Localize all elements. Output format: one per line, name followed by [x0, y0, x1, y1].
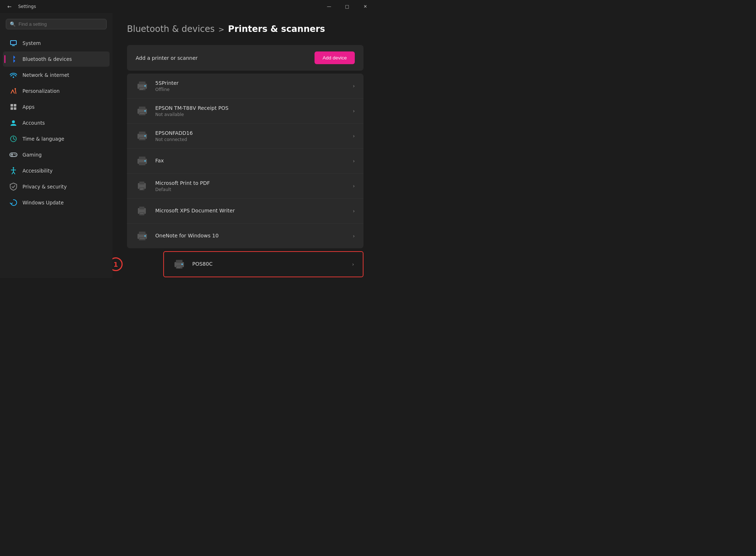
sidebar-label-update: Windows Update [22, 200, 63, 206]
content-area: Bluetooth & devices > Printers & scanner… [112, 13, 378, 278]
minimize-button[interactable]: — [321, 0, 337, 13]
svg-point-32 [144, 135, 146, 137]
printer-icon-epson-tm [136, 104, 149, 117]
chevron-icon-ms-pdf: › [353, 183, 355, 189]
breadcrumb: Bluetooth & devices > Printers & scanner… [127, 24, 363, 34]
window-controls: — □ ✕ [321, 0, 374, 13]
accessibility-icon [9, 167, 17, 175]
svg-rect-40 [140, 188, 144, 189]
svg-rect-20 [140, 88, 145, 89]
svg-rect-30 [139, 137, 145, 140]
svg-rect-55 [177, 267, 180, 268]
printer-row-5sprinter[interactable]: 5SPrinter Offline › [127, 74, 363, 99]
sidebar-item-personalization[interactable]: Personalization [3, 83, 110, 99]
printer-row-ms-pdf[interactable]: Microsoft Print to PDF Default › [127, 174, 363, 199]
svg-point-16 [13, 167, 14, 169]
printer-info-ms-xps: Microsoft XPS Document Writer [155, 208, 349, 215]
printer-info-ms-pdf: Microsoft Print to PDF Default [155, 180, 349, 192]
sidebar-label-time: Time & language [22, 136, 64, 142]
add-device-label: Add a printer or scanner [136, 55, 198, 61]
sidebar-label-system: System [22, 40, 41, 46]
printer-row-epsonfadd16[interactable]: EPSONFADD16 Not connected › [127, 124, 363, 149]
close-button[interactable]: ✕ [357, 0, 374, 13]
svg-rect-8 [14, 107, 16, 110]
sidebar-item-time[interactable]: Time & language [3, 131, 110, 146]
maximize-button[interactable]: □ [339, 0, 356, 13]
sidebar-item-network[interactable]: Network & internet [3, 67, 110, 83]
printer-status-epson-tm: Not available [155, 112, 349, 117]
chevron-icon-pos80c: › [352, 261, 354, 267]
svg-point-50 [144, 235, 146, 237]
svg-rect-1 [12, 45, 15, 46]
svg-rect-41 [140, 189, 143, 190]
svg-rect-24 [139, 107, 145, 109]
sidebar-label-gaming: Gaming [22, 152, 42, 158]
svg-rect-18 [139, 82, 145, 84]
privacy-icon [9, 183, 17, 191]
printer-row-onenote[interactable]: OneNote for Windows 10 › [127, 224, 363, 248]
gaming-icon [9, 151, 17, 159]
svg-rect-45 [140, 213, 144, 214]
sidebar-label-bluetooth: Bluetooth & devices [22, 56, 72, 62]
highlighted-row-container: 1 POS80C [127, 251, 363, 277]
sidebar-item-accounts[interactable]: Accounts [3, 115, 110, 130]
svg-rect-43 [139, 207, 144, 209]
bluetooth-icon [9, 55, 17, 63]
breadcrumb-parent[interactable]: Bluetooth & devices [127, 24, 215, 34]
sidebar-item-system[interactable]: System [3, 36, 110, 51]
svg-rect-21 [140, 89, 143, 90]
sidebar-item-bluetooth[interactable]: Bluetooth & devices [3, 51, 110, 67]
sidebar-item-apps[interactable]: Apps [3, 99, 110, 115]
svg-point-22 [144, 85, 146, 87]
printer-row-ms-xps[interactable]: Microsoft XPS Document Writer › [127, 199, 363, 224]
printer-name-ms-pdf: Microsoft Print to PDF [155, 180, 349, 186]
sidebar-item-gaming[interactable]: Gaming [3, 147, 110, 162]
printer-info-fax: Fax [155, 158, 349, 165]
svg-rect-38 [139, 182, 144, 184]
sidebar-item-privacy[interactable]: Privacy & security [3, 179, 110, 194]
chevron-icon-5sprinter: › [353, 83, 355, 89]
app-layout: 🔍 System Bluetooth & devices [0, 13, 378, 278]
printer-info-5sprinter: 5SPrinter Offline [155, 80, 349, 92]
search-input[interactable] [19, 21, 103, 27]
printer-row-pos80c[interactable]: POS80C › [164, 252, 363, 277]
back-button[interactable]: ← [4, 1, 15, 12]
svg-rect-49 [140, 238, 145, 239]
sidebar-label-network: Network & internet [22, 72, 69, 78]
chevron-icon-onenote: › [353, 233, 355, 239]
sidebar: 🔍 System Bluetooth & devices [0, 13, 112, 278]
printer-info-epson-tm: EPSON TM-T88V Receipt POS Not available [155, 105, 349, 117]
printer-row-epson-tm[interactable]: EPSON TM-T88V Receipt POS Not available … [127, 99, 363, 124]
printer-row-pos80c-wrapper: POS80C › [163, 251, 363, 277]
printer-name-fax: Fax [155, 158, 349, 163]
svg-rect-54 [177, 266, 182, 267]
titlebar: ← Settings — □ ✕ [0, 0, 378, 13]
printer-status-5sprinter: Offline [155, 87, 349, 92]
search-box[interactable]: 🔍 [6, 19, 107, 29]
svg-rect-47 [139, 232, 145, 235]
chevron-icon-ms-xps: › [353, 208, 355, 214]
sidebar-item-accessibility[interactable]: Accessibility [3, 163, 110, 178]
printer-info-onenote: OneNote for Windows 10 [155, 233, 349, 240]
personalization-icon [9, 87, 17, 95]
svg-rect-25 [139, 112, 145, 115]
sidebar-item-update[interactable]: Windows Update [3, 195, 110, 210]
add-device-row: Add a printer or scanner Add device [127, 45, 363, 71]
svg-rect-39 [139, 187, 144, 190]
svg-point-14 [15, 154, 15, 155]
sidebar-label-privacy: Privacy & security [22, 184, 67, 190]
sidebar-label-accounts: Accounts [22, 120, 45, 126]
printer-row-fax[interactable]: Fax › [127, 149, 363, 174]
add-device-button[interactable]: Add device [315, 51, 355, 64]
printer-status-epsonfadd16: Not connected [155, 137, 349, 142]
printer-name-5sprinter: 5SPrinter [155, 80, 349, 86]
search-icon: 🔍 [10, 21, 16, 27]
sidebar-label-personalization: Personalization [22, 88, 59, 94]
time-icon [9, 135, 17, 143]
svg-rect-5 [11, 104, 13, 107]
printer-name-onenote: OneNote for Windows 10 [155, 233, 349, 238]
chevron-icon-fax: › [353, 158, 355, 164]
svg-rect-34 [139, 157, 145, 159]
svg-point-4 [15, 88, 16, 90]
svg-rect-29 [139, 132, 145, 134]
